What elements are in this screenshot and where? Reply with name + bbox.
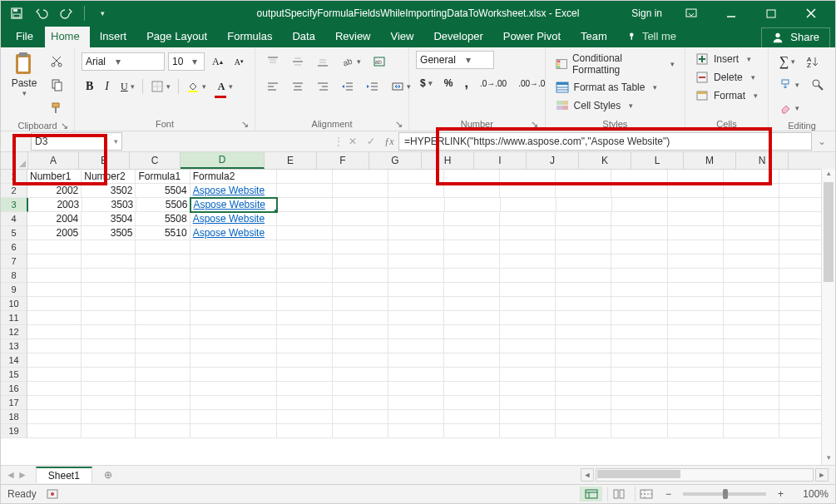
cell[interactable]	[333, 212, 388, 226]
align-right-icon[interactable]	[312, 76, 334, 97]
cell[interactable]	[668, 311, 724, 325]
column-header[interactable]: F	[317, 152, 369, 169]
cell[interactable]	[500, 368, 556, 382]
italic-button[interactable]: I	[101, 76, 113, 97]
cell[interactable]	[611, 382, 667, 396]
tab-formulas[interactable]: Formulas	[217, 27, 282, 47]
cell[interactable]	[556, 368, 611, 382]
cell[interactable]	[556, 410, 611, 424]
column-header[interactable]: K	[579, 152, 631, 169]
insert-cells-button[interactable]: Insert	[692, 51, 761, 67]
cell[interactable]: 3505	[82, 226, 136, 240]
cell[interactable]	[724, 368, 779, 382]
cell[interactable]	[500, 297, 556, 311]
cell[interactable]	[724, 339, 779, 353]
cell[interactable]	[668, 325, 724, 339]
cell[interactable]	[668, 339, 724, 353]
cell[interactable]	[500, 184, 556, 198]
cell[interactable]	[444, 226, 500, 240]
cell[interactable]	[444, 424, 500, 438]
row-header[interactable]: 1	[1, 170, 27, 184]
cell[interactable]	[190, 382, 277, 396]
save-icon[interactable]	[6, 3, 27, 23]
cell[interactable]	[277, 297, 333, 311]
column-header[interactable]: B	[79, 152, 130, 169]
cell[interactable]	[724, 283, 779, 297]
share-button[interactable]: Share	[761, 27, 830, 47]
increase-indent-icon[interactable]	[362, 76, 383, 97]
cell[interactable]	[190, 254, 277, 269]
cell[interactable]	[388, 254, 444, 269]
tab-page-layout[interactable]: Page Layout	[136, 27, 217, 47]
cell[interactable]	[500, 170, 556, 184]
cell[interactable]	[444, 170, 500, 184]
cell[interactable]	[82, 396, 136, 410]
bold-button[interactable]: B	[82, 76, 97, 97]
cell[interactable]	[668, 254, 724, 269]
column-header[interactable]: N	[736, 152, 789, 169]
align-left-icon[interactable]	[262, 76, 284, 97]
cell[interactable]	[27, 353, 82, 368]
column-header[interactable]: H	[422, 152, 474, 169]
cell[interactable]	[136, 353, 190, 368]
cell[interactable]	[668, 424, 724, 438]
cell[interactable]	[724, 410, 779, 424]
add-sheet-icon[interactable]: ⊕	[97, 466, 119, 484]
horizontal-scrollbar[interactable]: ◄ ►	[581, 468, 829, 482]
cell[interactable]	[136, 311, 190, 325]
cell[interactable]	[136, 339, 190, 353]
cell[interactable]: 2004	[27, 212, 82, 226]
clear-icon[interactable]	[775, 97, 804, 119]
cell[interactable]	[611, 184, 667, 198]
cell[interactable]: Formula1	[136, 170, 190, 184]
cell[interactable]	[277, 269, 333, 283]
cell[interactable]	[27, 410, 82, 424]
cell[interactable]	[333, 297, 388, 311]
cell[interactable]	[388, 269, 444, 283]
cell[interactable]	[333, 424, 388, 438]
cell[interactable]	[136, 254, 190, 269]
zoom-value[interactable]: 100%	[792, 488, 829, 500]
view-page-break-icon[interactable]	[635, 487, 657, 502]
cell[interactable]	[136, 368, 190, 382]
cell[interactable]	[668, 240, 724, 254]
row-header[interactable]: 11	[1, 311, 27, 325]
cell[interactable]	[388, 212, 444, 226]
maximize-icon[interactable]	[752, 1, 790, 26]
cell[interactable]	[611, 240, 667, 254]
align-bottom-icon[interactable]	[312, 51, 334, 72]
percent-format-icon[interactable]: %	[440, 72, 458, 94]
cell[interactable]	[611, 269, 667, 283]
cell[interactable]	[668, 353, 724, 368]
cell[interactable]	[500, 396, 556, 410]
cell[interactable]: 5508	[136, 212, 190, 226]
cell[interactable]	[500, 226, 556, 240]
cell[interactable]	[668, 198, 724, 212]
cell[interactable]	[500, 424, 556, 438]
tab-power-pivot[interactable]: Power Pivot	[493, 27, 571, 47]
cell[interactable]	[611, 212, 667, 226]
row-header[interactable]: 2	[1, 184, 27, 198]
cell[interactable]	[190, 396, 277, 410]
borders-icon[interactable]	[146, 76, 175, 97]
cell[interactable]	[333, 396, 388, 410]
cell[interactable]	[500, 353, 556, 368]
row-header[interactable]: 14	[1, 353, 27, 368]
cell[interactable]	[277, 226, 333, 240]
number-launcher-icon[interactable]: ↘	[530, 119, 540, 129]
cell[interactable]	[190, 339, 277, 353]
cell[interactable]	[388, 368, 444, 382]
decrease-indent-icon[interactable]	[337, 76, 359, 97]
row-header[interactable]: 4	[1, 212, 27, 226]
cell[interactable]	[333, 269, 388, 283]
cell[interactable]	[190, 424, 277, 438]
cell[interactable]	[190, 353, 277, 368]
cell[interactable]	[444, 184, 500, 198]
cell[interactable]	[82, 269, 136, 283]
name-box-dropdown-icon[interactable]: ▾	[114, 137, 118, 146]
cell[interactable]	[190, 368, 277, 382]
row-header[interactable]: 9	[1, 283, 27, 297]
cell[interactable]	[444, 396, 500, 410]
cell[interactable]: 3503	[82, 198, 136, 212]
cell[interactable]	[500, 283, 556, 297]
